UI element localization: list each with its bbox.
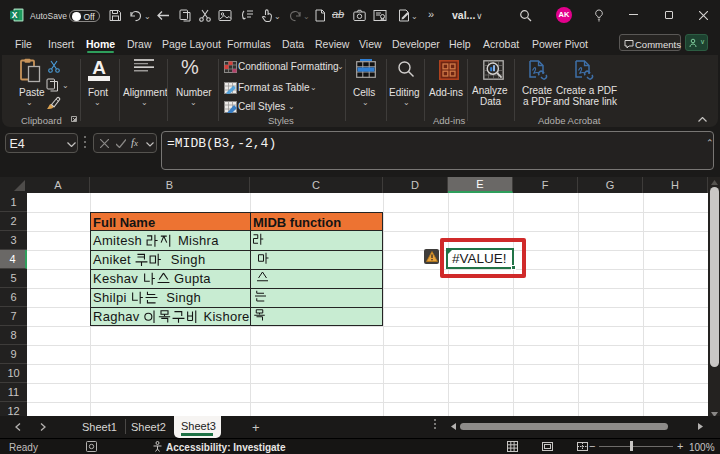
svg-text:X: X — [12, 10, 18, 20]
